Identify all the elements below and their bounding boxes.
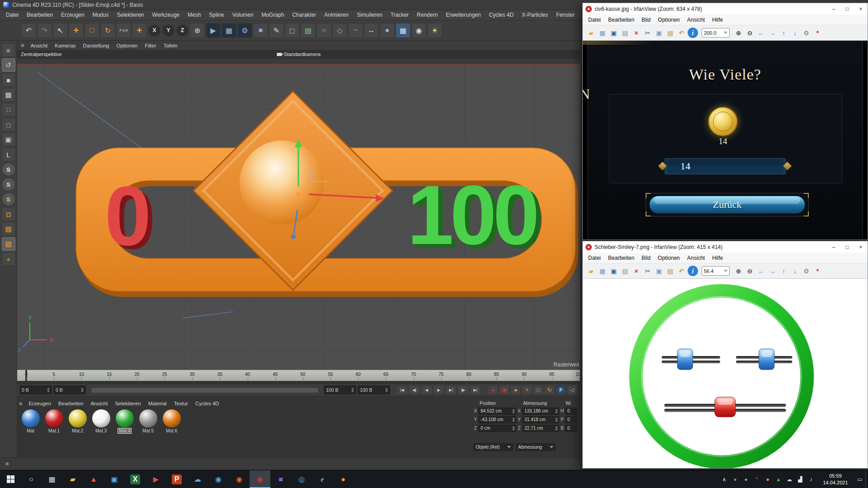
previous-image-icon[interactable]: ← (756, 266, 766, 276)
loft-icon[interactable]: ◇ (332, 23, 347, 38)
hidden-icons-chevron[interactable]: ∧ (719, 470, 730, 488)
size-mode-dropdown[interactable]: Abmessung (516, 443, 556, 451)
maximize-button[interactable]: □ (840, 3, 854, 14)
materials-menu-item[interactable]: Cycles 4D (192, 401, 222, 406)
locked-workplane-icon[interactable]: ▨ (2, 237, 15, 251)
psr-icon[interactable]: P S R (116, 23, 131, 38)
menu-item[interactable]: Volumen (228, 12, 258, 18)
next-frame-button[interactable]: ▶| (445, 385, 457, 394)
angle-field[interactable]: 0 (565, 425, 577, 432)
panel-menu-icon[interactable]: ≡ (2, 43, 15, 57)
angle-field[interactable]: 0 (565, 408, 577, 415)
open-folder-icon[interactable]: ▰ (586, 266, 596, 276)
paste-icon[interactable]: ▤ (665, 266, 675, 276)
viewport-menu-item[interactable]: Optionen (113, 43, 142, 48)
menu-item[interactable]: Bild (638, 255, 654, 261)
measure-icon[interactable]: ↔ (364, 23, 379, 38)
subdivision-surface-icon[interactable]: ◻ (285, 23, 300, 38)
z-axis-lock-icon[interactable]: Z (176, 24, 189, 37)
menu-item[interactable]: Simulieren (353, 12, 387, 18)
redo-icon[interactable]: ↷ (37, 23, 52, 38)
menu-item[interactable]: Ansicht (684, 17, 708, 23)
menu-item[interactable]: Tracker (387, 12, 413, 18)
volume-builder-icon[interactable]: ● (380, 23, 395, 38)
end-frame-field[interactable]: 100 B (358, 385, 390, 394)
cut-icon[interactable]: ✂ (642, 266, 653, 276)
snap-workplane-icon[interactable]: S (2, 192, 15, 206)
undo-icon[interactable]: ↶ (21, 23, 36, 38)
x-axis-lock-icon[interactable]: X (148, 24, 160, 37)
zoom-in-icon[interactable]: ⊕ (733, 28, 744, 38)
menu-item[interactable]: Modus (88, 12, 113, 18)
viewport-canvas[interactable]: Zentralperspektive Standardkamera Raster… (17, 51, 580, 370)
close-button[interactable]: × (854, 241, 868, 253)
materials-menu-item[interactable]: Ansicht (87, 401, 111, 406)
menu-item[interactable]: Bearbeiten (23, 12, 57, 18)
coord-mode-dropdown[interactable]: Objekt (Rel) (473, 443, 513, 451)
stepper-icon[interactable] (80, 388, 84, 392)
axis-edit-icon[interactable]: + (2, 252, 15, 266)
save-icon[interactable]: ▣ (609, 266, 619, 276)
menu-item[interactable]: Datei (585, 255, 604, 261)
z-axis-handle[interactable] (291, 235, 296, 239)
axis-ruler-icon[interactable]: L (2, 148, 15, 161)
keyframe-selection-icon[interactable]: ● (510, 385, 521, 394)
undo-icon[interactable]: ↶ (676, 266, 687, 276)
firefox-icon[interactable]: ● (333, 470, 354, 488)
first-image-icon[interactable]: ↑ (778, 266, 789, 276)
key-parameter-icon[interactable]: P (556, 385, 566, 394)
previous-key-button[interactable]: ◀| (409, 385, 420, 394)
snap-3d-icon[interactable]: S (2, 178, 15, 191)
photos-icon[interactable]: ▣ (104, 470, 125, 488)
workplane-icon[interactable]: ▨ (2, 222, 15, 236)
coordinate-system-icon[interactable]: ⊕ (190, 23, 205, 38)
key-rotation-icon[interactable]: ↻ (544, 385, 555, 394)
previous-frame-button[interactable]: ◀ (421, 385, 432, 394)
stepper-icon[interactable] (47, 388, 50, 392)
position-field[interactable]: -43.108 cm (478, 416, 516, 423)
tray-app2-icon[interactable]: ● (741, 470, 751, 488)
titlebar[interactable]: Schieber-Smiley-7.png - IrfanView (Zoom:… (583, 241, 868, 253)
stepper-icon[interactable] (385, 388, 388, 392)
next-key-button[interactable]: |▶ (458, 385, 469, 394)
dynamics-icon[interactable]: ◉ (411, 23, 426, 38)
materials-menu-item[interactable]: Bearbeiten (55, 401, 87, 406)
menu-item[interactable]: Bild (638, 17, 654, 23)
spline-pen-icon[interactable]: ✎ (269, 23, 284, 38)
menu-item[interactable]: Datei (585, 17, 604, 23)
goto-end-button[interactable]: ▶| (470, 385, 481, 394)
open-folder-icon[interactable]: ▰ (586, 28, 596, 38)
safari-icon[interactable]: ◉ (208, 470, 229, 488)
position-field[interactable]: 0 cm (478, 425, 516, 432)
first-image-icon[interactable]: ↑ (778, 28, 789, 38)
y-axis-lock-icon[interactable]: Y (162, 24, 175, 37)
stepper-icon[interactable] (512, 426, 515, 431)
volume-icon[interactable]: ♪ (806, 470, 816, 488)
extrude-icon[interactable]: ▤ (301, 23, 316, 38)
position-field[interactable]: 84.532 cm (478, 408, 516, 415)
close-button[interactable]: × (854, 3, 868, 14)
delete-icon[interactable]: × (631, 28, 642, 38)
menu-item[interactable]: Animieren (320, 12, 353, 18)
stepper-icon[interactable] (512, 418, 515, 422)
menu-item[interactable]: Cycles 4D (485, 12, 518, 18)
image-canvas-civ6[interactable]: N Wie Viele? 14 14 Zurück (583, 41, 868, 239)
menu-item[interactable]: Selektieren (113, 12, 148, 18)
irfanview-logo-icon[interactable]: * (812, 28, 823, 38)
material-sphere[interactable] (139, 409, 157, 427)
menu-item[interactable]: Optionen (654, 255, 684, 261)
save-icon[interactable]: ▣ (609, 28, 619, 38)
render-view-icon[interactable]: ▶ (206, 23, 221, 38)
last-image-icon[interactable]: ↓ (790, 266, 800, 276)
zoom-combobox[interactable]: 200.0 (702, 28, 730, 38)
excel-icon[interactable]: X (125, 470, 146, 488)
menu-item[interactable]: Rendern (413, 12, 442, 18)
material-sphere[interactable] (163, 409, 181, 427)
minimize-button[interactable]: – (827, 3, 840, 14)
menu-item[interactable]: Datei (2, 12, 23, 18)
compass-icon[interactable]: ◎ (291, 470, 312, 488)
materials-menu-item[interactable]: Textur (170, 401, 192, 406)
settings-icon[interactable]: ⚙ (801, 266, 811, 276)
timeline-range-slider[interactable] (91, 387, 319, 393)
action-center-icon[interactable]: ▭ (854, 470, 865, 488)
